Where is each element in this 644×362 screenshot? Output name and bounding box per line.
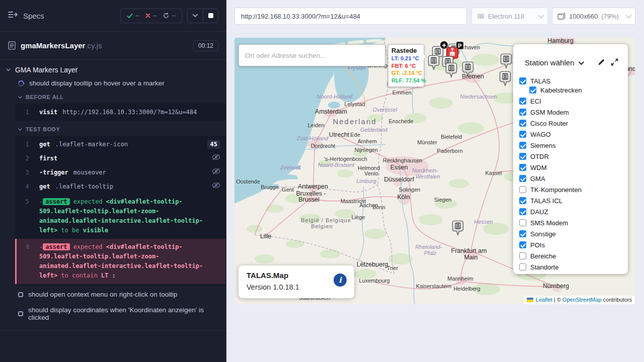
layer-label: Sonstige — [530, 230, 556, 238]
layer-checkbox-row[interactable]: Sonstige — [519, 230, 624, 237]
map-canvas[interactable]: HamburgBremerhavenBremenHannoverNiedersa… — [234, 38, 635, 304]
map-marker[interactable]: + P — [452, 220, 464, 236]
command-row[interactable]: 3 -trigger mouseover — [15, 165, 225, 179]
cross-icon — [145, 13, 150, 18]
layer-checkbox-row[interactable]: ECI — [519, 98, 624, 105]
chevron-down-icon — [193, 14, 198, 18]
checkbox-icon[interactable] — [519, 197, 526, 204]
checkbox-icon[interactable] — [519, 252, 526, 259]
fullscreen-expand-icon[interactable] — [611, 58, 618, 68]
layer-label: POIs — [530, 241, 545, 249]
collapse-all-button[interactable] — [188, 9, 203, 23]
command-row[interactable]: 2 first — [15, 151, 225, 165]
map-marker[interactable]: + P — [499, 71, 511, 86]
electron-icon — [477, 13, 485, 20]
layer-checkbox-row[interactable]: GMA — [519, 175, 624, 182]
map-marker[interactable]: + P — [500, 53, 512, 69]
layer-label: TK-Komponenten — [530, 186, 582, 194]
running-test-row[interactable]: should display tooltip on hover over a m… — [0, 77, 226, 89]
osm-link[interactable]: OpenStreetMap — [562, 297, 602, 303]
divider — [0, 330, 226, 331]
url-bar[interactable]: http://192.168.10.33:3000/?m=12&u=484 — [234, 8, 467, 25]
checkbox-icon[interactable] — [519, 153, 526, 160]
suite-row[interactable]: GMA Markers Layer — [0, 63, 226, 77]
layer-checkbox-row[interactable]: POIs — [519, 241, 624, 248]
layer-label: GMA — [530, 175, 545, 183]
stat-passed: -- — [127, 12, 139, 19]
marker-tooltip[interactable]: Rastede LT: 0.21 °CFBT: 6 °CGT: -2.14 °C… — [388, 44, 424, 87]
checkbox-icon[interactable] — [519, 120, 526, 127]
checkbox-icon[interactable] — [519, 98, 526, 105]
specs-menu-icon[interactable] — [8, 11, 18, 21]
checkbox-icon[interactable] — [519, 175, 526, 182]
checkbox-icon[interactable] — [519, 208, 526, 215]
info-icon[interactable]: i — [334, 274, 347, 287]
layer-checkbox-row[interactable]: GSM Modem — [519, 109, 624, 116]
assert-passed-row[interactable]: 5 -assert expected <div#leaflet-tooltip-… — [15, 194, 225, 239]
before-all-section[interactable]: BEFORE ALL — [0, 89, 226, 103]
assert-failed-row[interactable]: 6 -assert expected <div#leaflet-tooltip-… — [15, 239, 225, 284]
test-body-section[interactable]: TEST BODY — [0, 122, 226, 135]
layer-label: SMS Modem — [530, 219, 568, 227]
stat-pending: -- — [163, 12, 176, 19]
command-row[interactable]: 1 get .leaflet-marker-icon 45 — [15, 137, 225, 151]
command-row[interactable]: 4 get .leaflet-tooltip — [15, 179, 225, 194]
refresh-icon — [163, 13, 169, 19]
checkbox-icon[interactable] — [519, 263, 526, 270]
test-stats: -- -- -- — [120, 9, 182, 23]
command-row-visit[interactable]: 1 visit http://192.168.10.33:3000/?m=12&… — [15, 105, 225, 119]
station-marker-icon — [428, 55, 440, 70]
map-marker[interactable]: + P — [445, 62, 457, 78]
checkbox-icon[interactable] — [529, 86, 536, 94]
layer-label: OTDR — [530, 153, 549, 160]
ukraine-flag-icon — [527, 298, 533, 302]
browser-select[interactable]: Electron 118 — [471, 8, 548, 25]
layer-checkbox-row[interactable]: WAGO — [519, 131, 624, 138]
pending-test-row[interactable]: should open context menu on right-click … — [0, 287, 226, 302]
stat-failed: -- — [145, 12, 157, 19]
checkbox-icon[interactable] — [519, 241, 526, 248]
checkbox-icon[interactable] — [519, 164, 526, 171]
element-count-badge: 45 — [207, 140, 220, 149]
stop-button[interactable] — [203, 9, 218, 23]
checkbox-icon[interactable] — [519, 186, 526, 193]
search-input[interactable] — [238, 44, 385, 66]
checkbox-icon[interactable] — [519, 131, 526, 138]
layer-checkbox-row[interactable]: Cisco Router — [519, 120, 624, 127]
edit-pencil-icon[interactable] — [598, 58, 605, 68]
layer-checkbox-row[interactable]: TALAS ICL — [519, 197, 624, 204]
test-body-commands: 1 get .leaflet-marker-icon 45 2 first — [15, 136, 225, 286]
layer-checkbox-row[interactable]: DAUZ — [519, 208, 624, 215]
checkbox-icon[interactable] — [519, 142, 526, 149]
app-window: Specs -- -- -- — [0, 0, 644, 362]
checkbox-icon[interactable] — [519, 230, 526, 237]
leaflet-link[interactable]: Leaflet — [536, 297, 552, 303]
layer-checkbox-row[interactable]: TALAS — [519, 77, 624, 84]
chevron-down-icon — [18, 128, 22, 131]
map-marker[interactable]: + P — [428, 55, 440, 70]
layer-checkbox-row[interactable]: WDM — [519, 164, 624, 171]
station-select-dropdown[interactable]: Station wählen — [525, 58, 583, 67]
layer-checkbox-row[interactable]: Bereiche — [519, 252, 624, 259]
station-marker-icon — [500, 53, 512, 69]
layer-checkbox-row[interactable]: Standorte — [519, 263, 624, 270]
test-tree: GMA Markers Layer should display tooltip… — [0, 60, 226, 331]
layer-checkbox-row[interactable]: TK-Komponenten — [519, 186, 624, 193]
chevron-down-icon — [6, 68, 11, 71]
map-marker[interactable]: + P — [462, 61, 474, 77]
tooltip-value-row: GT: -2.14 °C — [391, 69, 421, 77]
app-title: TALAS.Map — [247, 271, 288, 280]
layer-checkbox-row[interactable]: Siemens — [519, 142, 624, 149]
checkbox-icon[interactable] — [519, 77, 526, 84]
layer-checkbox-row[interactable]: SMS Modem — [519, 219, 624, 226]
check-icon — [127, 13, 133, 19]
spec-file-row[interactable]: gmaMarkersLayer.cy.js 00:12 — [0, 32, 226, 59]
station-marker-icon — [445, 62, 457, 78]
layer-checkbox-row[interactable]: OTDR — [519, 153, 624, 160]
checkbox-icon[interactable] — [519, 109, 526, 116]
checkbox-icon[interactable] — [519, 219, 526, 226]
viewport-select[interactable]: 1000x660 (79%) — [552, 8, 635, 25]
stop-icon — [208, 13, 213, 18]
layer-checkbox-row[interactable]: Kabelstrecken — [529, 86, 624, 94]
pending-test-row[interactable]: should display coordinates when 'Koordin… — [0, 302, 226, 325]
